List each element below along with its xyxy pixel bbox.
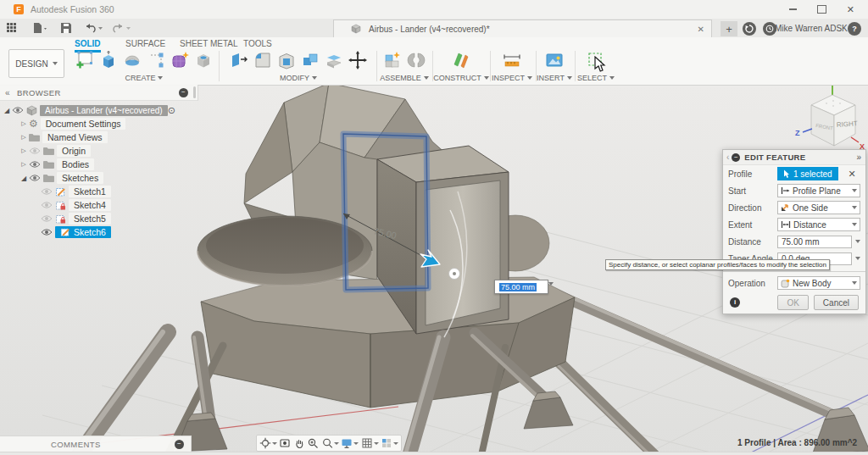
split-body-button[interactable] [323,49,345,71]
tree-collapsed-icon[interactable]: ▷ [19,147,29,154]
redo-dropdown-icon[interactable] [126,27,131,30]
display-toggle-icon[interactable]: − [179,88,188,97]
viewport-distance-input[interactable]: 75.00 mm [494,280,548,294]
profile-selected-button[interactable]: 1 selected [777,167,838,180]
eye-icon[interactable] [29,160,41,169]
tree-row-sketches[interactable]: ◢ Sketches [0,171,198,185]
tree-node-label[interactable]: Sketch1 [69,186,111,197]
tree-row-sketch6[interactable]: Sketch6 [0,225,198,239]
tree-expanded-icon[interactable]: ◢ [2,107,12,114]
group-label-create[interactable]: CREATE [125,74,164,82]
eye-icon[interactable] [41,214,53,223]
tree-collapsed-icon[interactable]: ▷ [19,161,29,168]
ok-button[interactable]: OK [777,295,808,310]
info-icon[interactable]: i [730,297,740,308]
create-sketch-button[interactable] [74,49,96,71]
eye-icon[interactable] [29,147,41,155]
operation-dropdown[interactable]: New Body [777,276,860,290]
undo-dropdown-icon[interactable] [98,27,103,30]
root-node-label[interactable]: Airbus - Lander (v4~recovered) [40,105,168,116]
help-button[interactable]: ? [848,22,861,36]
viewports-tool[interactable] [381,437,398,449]
look-at-tool[interactable] [279,437,291,449]
eye-icon[interactable] [12,106,24,114]
undo-icon[interactable] [86,24,95,32]
tree-node-label[interactable]: Sketch5 [69,213,111,225]
zoom-tool[interactable] [307,437,319,449]
tree-collapsed-icon[interactable]: ▷ [19,134,29,141]
file-menu-icon[interactable] [34,23,47,33]
tree-row-sketch5[interactable]: Sketch5 [0,212,198,225]
clear-selection-icon[interactable]: ✕ [849,169,856,180]
press-pull-button[interactable] [228,49,250,71]
tree-node-label[interactable]: Sketches [57,172,103,184]
activate-radio-icon[interactable]: ⊙ [168,105,175,116]
dropdown-arrow-icon[interactable] [548,282,554,286]
eye-icon[interactable] [29,174,41,182]
insert-canvas-button[interactable] [543,49,565,71]
app-grid-icon[interactable] [7,23,16,32]
maximize-button[interactable] [817,5,826,14]
start-dropdown[interactable]: Profile Plane [777,184,860,197]
measure-button[interactable] [501,49,523,71]
origin-point-manipulator[interactable] [449,269,460,280]
group-label-modify[interactable]: MODIFY [280,74,317,82]
extrude-button[interactable] [97,49,120,71]
tree-node-label[interactable]: Document Settings [41,118,126,130]
dialog-header[interactable]: ‹ − EDIT FEATURE » [723,150,865,165]
expand-dialog-icon[interactable]: » [856,153,861,162]
grid-layout-tool[interactable] [361,437,379,449]
tree-row-bodies[interactable]: ▷ Bodies [0,158,198,171]
group-label-insert[interactable]: INSERT [537,74,572,82]
browser-header[interactable]: « BROWSER − [0,85,198,101]
tree-node-label[interactable]: Sketch4 [69,199,111,211]
tree-node-label-selected[interactable]: Sketch6 [55,226,111,238]
eye-icon[interactable] [41,187,53,196]
tree-collapsed-icon[interactable]: ▷ [19,120,29,127]
joint-button[interactable] [405,49,427,71]
shell-button[interactable] [275,49,298,71]
orbit-tool[interactable] [259,437,277,449]
hole-button[interactable] [192,49,214,71]
panel-grip[interactable] [193,86,196,98]
extent-dropdown[interactable]: Distance [777,218,860,231]
design-workspace-selector[interactable]: DESIGN [8,49,64,78]
dropdown-arrow-icon[interactable] [855,257,860,260]
minimize-button[interactable] [789,8,797,10]
tree-row-root[interactable]: ◢ Airbus - Lander (v4~recovered) ⊙ [0,103,198,117]
comments-bar[interactable]: COMMENTS − [0,436,192,452]
tree-row-document-settings[interactable]: ▷ ⚙ Document Settings [0,117,198,130]
group-label-construct[interactable]: CONSTRUCT [433,74,489,82]
display-settings-tool[interactable] [341,437,359,449]
revolve-button[interactable] [121,49,143,71]
tree-node-label[interactable]: Bodies [57,158,94,170]
tree-node-label[interactable]: Origin [57,145,91,157]
tree-node-label[interactable]: Named Views [42,131,108,143]
zoom-window-tool[interactable] [321,437,339,449]
tree-row-named-views[interactable]: ▷ Named Views [0,130,198,144]
user-name[interactable]: Mike Warren ADSK [775,19,848,37]
cancel-button[interactable]: Cancel [814,295,859,310]
construct-plane-button[interactable] [450,49,472,71]
distance-input[interactable]: 75.00 mm [777,236,852,248]
close-button[interactable]: ✕ [847,5,854,14]
tree-row-sketch4[interactable]: Sketch4 [0,198,198,212]
group-label-inspect[interactable]: INSPECT [492,74,532,82]
extruded-box[interactable] [377,146,509,334]
document-tab[interactable]: Airbus - Lander (v4~recovered)* ✕ [333,19,712,37]
eye-icon[interactable] [41,228,53,236]
eye-icon[interactable] [41,201,53,209]
new-component-button[interactable] [381,49,403,71]
fillet-button[interactable] [252,49,274,71]
group-label-select[interactable]: SELECT [577,74,615,82]
direction-dropdown[interactable]: One Side [777,201,860,214]
project-geometry-button[interactable] [145,49,167,71]
tree-row-origin[interactable]: ▷ Origin [0,144,198,158]
create-form-button[interactable] [169,49,191,71]
combine-button[interactable] [299,49,321,71]
move-copy-button[interactable] [347,49,369,71]
dropdown-arrow-icon[interactable] [855,240,860,243]
job-status-icon[interactable] [743,22,756,36]
save-icon[interactable] [61,23,71,33]
close-tab-icon[interactable]: ✕ [698,25,704,34]
